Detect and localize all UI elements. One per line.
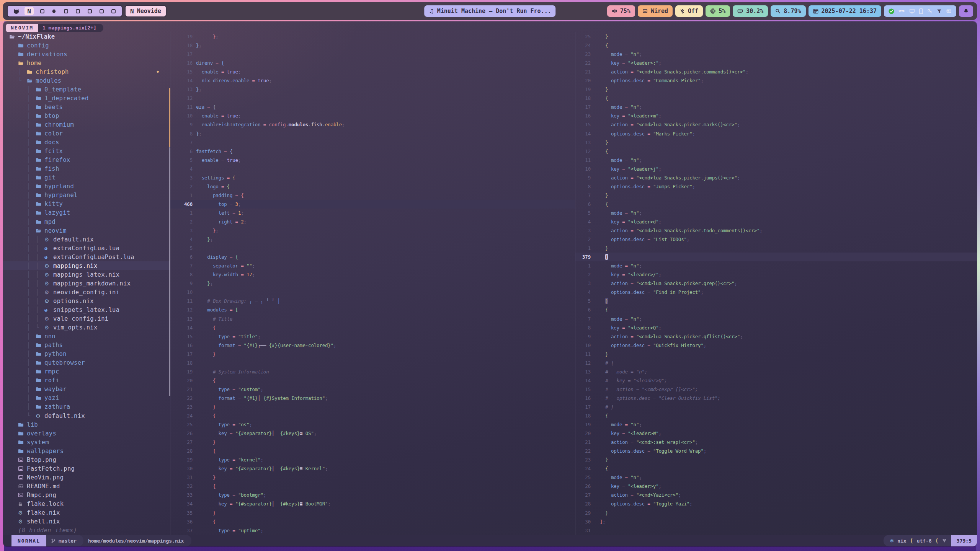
- code-line[interactable]: 7 separator = "";: [170, 261, 575, 270]
- code-line[interactable]: 13 }: [575, 138, 977, 147]
- code-line[interactable]: 3 action = "<cmd>lua Snacks.picker.grep(…: [575, 279, 977, 288]
- tab-mappings-nix[interactable]: 1 mappings.nix[2+]: [38, 24, 103, 32]
- git-branch-segment[interactable]: master: [46, 535, 83, 546]
- code-line[interactable]: 8 key = "<leader>Q";: [575, 323, 977, 332]
- code-line[interactable]: 36 {: [170, 517, 575, 526]
- tree-item-home[interactable]: home: [3, 59, 170, 67]
- tree-item-snippets_latex.lua[interactable]: ││◕snippets_latex.lua: [3, 305, 170, 314]
- tree-item-color[interactable]: │color: [3, 129, 170, 138]
- code-line[interactable]: 21 action = "<cmd>lua Snacks.picker.comm…: [575, 67, 977, 76]
- code-line[interactable]: 6 {: [575, 305, 977, 314]
- code-line[interactable]: 5 }: [575, 297, 977, 305]
- square-workspace-icon[interactable]: [62, 7, 69, 15]
- tree-item-lazygit[interactable]: │lazygit: [3, 209, 170, 217]
- code-line[interactable]: 29 }: [575, 509, 977, 517]
- tree-item-extraconfiglua.lua[interactable]: ││◕extraConfigLua.lua: [3, 244, 170, 253]
- code-line[interactable]: 6fastfetch = {: [170, 147, 575, 156]
- code-line[interactable]: 27 }: [170, 438, 575, 447]
- code-line[interactable]: 2 options.desc = "List TODOs";: [575, 235, 977, 244]
- code-line[interactable]: 23 }: [170, 403, 575, 411]
- tree-item-shell.nix[interactable]: ⚙shell.nix: [3, 517, 170, 526]
- code-line[interactable]: 26 key = "<leader>y";: [575, 482, 977, 491]
- code-line[interactable]: 6 display = {: [170, 253, 575, 261]
- tree-item-flake.lock[interactable]: flake.lock: [3, 499, 170, 508]
- tree-item-fastfetch.png[interactable]: FastFetch.png: [3, 464, 170, 473]
- code-line[interactable]: 11 mode = "n";: [575, 156, 977, 165]
- code-line[interactable]: 5 enable = true;: [170, 156, 575, 165]
- code-pane-left[interactable]: 19 };18};1716direnv = {15 enable = true;…: [170, 32, 575, 535]
- code-line[interactable]: 15 # action = "<cmd>cexpr []<cr>";: [575, 385, 977, 394]
- code-line[interactable]: 23 }: [575, 455, 977, 464]
- code-line[interactable]: 19 mode = "n";: [575, 420, 977, 429]
- code-line[interactable]: 19 # System Information: [170, 367, 575, 376]
- tree-item-mappings_markdown.nix[interactable]: ││⚙mappings_markdown.nix: [3, 279, 170, 288]
- code-line[interactable]: 25 }: [575, 32, 977, 41]
- tree-item-flake.nix[interactable]: ⚙flake.nix: [3, 509, 170, 517]
- tree-item--nixflake[interactable]: ~/NixFlake: [3, 32, 170, 41]
- code-line[interactable]: 2 right = 2;: [170, 217, 575, 226]
- tree-item-fish[interactable]: │fish: [3, 165, 170, 173]
- code-line[interactable]: 25 mode = "n";: [575, 473, 977, 482]
- flame-workspace-icon[interactable]: [51, 7, 57, 15]
- tree-item-git[interactable]: │git: [3, 173, 170, 182]
- code-line[interactable]: 5: [170, 244, 575, 253]
- code-line[interactable]: 1 }: [575, 244, 977, 253]
- code-line[interactable]: 8 key.width = 17;: [170, 270, 575, 279]
- widget-network[interactable]: Wired: [638, 5, 673, 17]
- code-line[interactable]: 20 {: [170, 376, 575, 385]
- code-line[interactable]: 2 key = "<leader>/";: [575, 270, 977, 279]
- tree-item-hyprpanel[interactable]: │hyprpanel: [3, 191, 170, 200]
- tree-item-0_template[interactable]: │0_template: [3, 85, 170, 94]
- code-line[interactable]: 12: [170, 94, 575, 103]
- tree-item-options.nix[interactable]: ││⚙options.nix: [3, 297, 170, 305]
- tree-item-docs[interactable]: │docs: [3, 138, 170, 147]
- code-line[interactable]: 4 };: [170, 235, 575, 244]
- code-line[interactable]: 12 {: [575, 147, 977, 156]
- code-line[interactable]: 7 }: [575, 191, 977, 200]
- code-line[interactable]: 9 enableFishIntegration = config.modules…: [170, 120, 575, 129]
- code-line[interactable]: 17 # }: [575, 403, 977, 411]
- code-line[interactable]: 26 key = "{#separator}│ {#keys}⊡ OS";: [170, 429, 575, 438]
- tree-item-chromium[interactable]: │chromium: [3, 120, 170, 129]
- code-line[interactable]: 31: [575, 526, 977, 535]
- code-line[interactable]: 19 };: [170, 32, 575, 41]
- code-line[interactable]: 18 {: [575, 411, 977, 420]
- code-line[interactable]: 33 type = "bootmgr";: [170, 491, 575, 499]
- code-line[interactable]: 22 options.desc = "Toggle Word Wrap";: [575, 447, 977, 455]
- code-line[interactable]: 10 options.desc = "Quickfix History";: [575, 341, 977, 350]
- tree-item-rmpc.png[interactable]: Rmpc.png: [3, 491, 170, 499]
- code-line[interactable]: 3 settings = {: [170, 173, 575, 182]
- code-line[interactable]: 12 # {: [575, 359, 977, 367]
- square-workspace-icon[interactable]: [98, 7, 105, 15]
- code-line[interactable]: 16 # options.desc = "Clear Quickfix List…: [575, 394, 977, 403]
- code-line[interactable]: 4 options.desc = "Find in Project";: [575, 288, 977, 297]
- tree-item-paths[interactable]: │paths: [3, 341, 170, 350]
- code-line[interactable]: 13 # Title: [170, 315, 575, 323]
- code-line[interactable]: 20 key = "<leader>W";: [575, 429, 977, 438]
- code-line[interactable]: 21 type = "custom";: [170, 385, 575, 394]
- code-line[interactable]: 35 }: [170, 509, 575, 517]
- code-line[interactable]: 7: [170, 138, 575, 147]
- tree-item-kitty[interactable]: │kitty: [3, 200, 170, 209]
- tree-item-config[interactable]: config: [3, 41, 170, 50]
- code-line[interactable]: 10 key = "<leader>j";: [575, 165, 977, 173]
- code-line[interactable]: 379 {: [575, 253, 977, 261]
- code-line[interactable]: 24 {: [575, 464, 977, 473]
- code-line[interactable]: 30 ];: [575, 517, 977, 526]
- tree-item-firefox[interactable]: │firefox: [3, 156, 170, 165]
- tree-item-neovim[interactable]: │neovim: [3, 226, 170, 235]
- tree-item-zathura[interactable]: │zathura: [3, 403, 170, 411]
- code-line[interactable]: 11 # Box Drawing: ╭ ─ ╮ ╰ ╯ │: [170, 297, 575, 305]
- tree-item-btop.png[interactable]: Btop.png: [3, 455, 170, 464]
- tree-item-1_deprecated[interactable]: │1_deprecated: [3, 94, 170, 103]
- code-line[interactable]: 2 logo = {: [170, 182, 575, 191]
- notification-bell-button[interactable]: [959, 5, 973, 17]
- code-line[interactable]: 13};: [170, 85, 575, 94]
- widget-bluetooth[interactable]: Off: [675, 5, 703, 17]
- code-line[interactable]: 19 }: [575, 85, 977, 94]
- widget-cpu[interactable]: 5%: [706, 5, 730, 17]
- tree-item-default.nix[interactable]: ││⚙default.nix: [3, 235, 170, 244]
- tree-item-qutebrowser[interactable]: │qutebrowser: [3, 359, 170, 367]
- monitor-icon[interactable]: [909, 8, 915, 14]
- code-line[interactable]: 5 mode = "n";: [575, 209, 977, 217]
